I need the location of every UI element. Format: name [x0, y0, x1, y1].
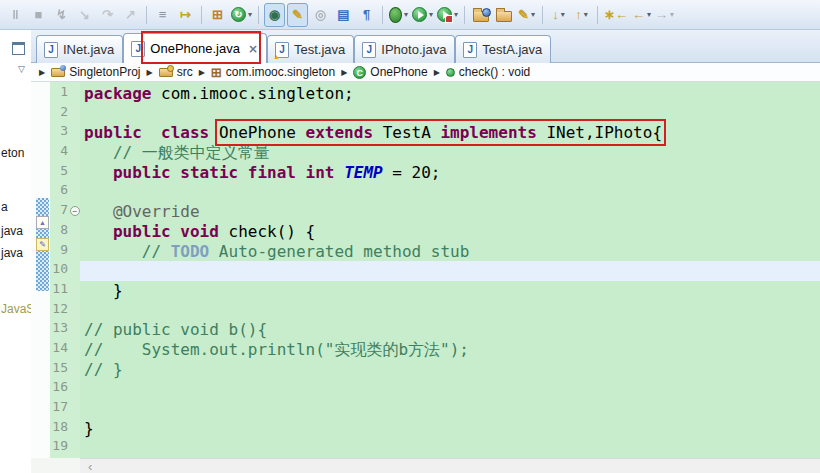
main-toolbar: ‖■↯↘↷↗≡↦⊞↻▾◉✎◎▤¶▾▾▾✎▾↓▾↑▾∗←←▾→▾	[0, 0, 820, 30]
show-whitespace-icon[interactable]: ¶	[356, 3, 377, 27]
pause-icon: ‖	[12, 8, 18, 21]
last-edit-location-icon[interactable]: ∗←	[603, 3, 629, 27]
package-icon: ⊞	[211, 66, 222, 79]
task-marker-icon[interactable]: ✎	[36, 238, 49, 251]
step-return-icon: ↗	[125, 8, 136, 21]
use-step-filters-icon[interactable]: ↦	[175, 3, 196, 27]
previous-annotation-icon[interactable]: ↑▾	[571, 3, 592, 27]
code-area[interactable]: package com.imooc.singleton;public class…	[80, 82, 820, 458]
java-file-icon: J	[44, 42, 58, 58]
line-number: 13	[50, 320, 80, 340]
dropdown-caret-icon[interactable]: ▾	[248, 10, 252, 19]
show-selected-element-icon[interactable]: ▤	[333, 3, 354, 27]
line-number: 10	[50, 261, 80, 281]
scroll-left-icon[interactable]: ‹	[88, 460, 92, 473]
tree-item-fragment[interactable]: a	[1, 200, 8, 214]
breadcrumb-separator-icon: ▶	[341, 68, 347, 77]
tree-item-fragment[interactable]: JavaS	[1, 302, 32, 316]
dropdown-caret-icon[interactable]: ▾	[561, 10, 565, 19]
line-number: 5	[50, 163, 80, 183]
fold-collapse-icon[interactable]: −	[70, 206, 80, 216]
back-icon: ←	[632, 8, 645, 21]
tab-testa-java[interactable]: JTestA.java	[455, 35, 551, 63]
breadcrumb-item-check-void[interactable]: check() : void	[446, 65, 530, 79]
dropdown-caret-icon[interactable]: ▾	[584, 10, 588, 19]
tab-iphoto-java[interactable]: JIPhoto.java	[354, 35, 455, 63]
step-into-icon: ↘	[79, 8, 90, 21]
override-marker-icon[interactable]: ▲	[36, 216, 49, 229]
open-type-icon[interactable]	[470, 3, 491, 27]
code-line[interactable]	[80, 301, 820, 321]
code-line[interactable]	[80, 438, 820, 458]
format-element-icon[interactable]: ✎▾	[516, 3, 537, 27]
toolbar-separator	[542, 6, 543, 24]
coverage-icon[interactable]: ▾	[436, 3, 459, 27]
view-menu-icon[interactable]: ▽	[18, 64, 25, 74]
restore-view-icon[interactable]	[12, 42, 25, 55]
breadcrumb-item-src[interactable]: src	[159, 65, 193, 79]
run-icon[interactable]: ▾	[411, 3, 434, 27]
tab-test-java[interactable]: J▲Test.java	[267, 35, 354, 63]
code-line[interactable]	[80, 399, 820, 419]
tab-onephone-java[interactable]: JOnePhone.java×	[123, 33, 267, 63]
dropdown-caret-icon[interactable]: ▾	[531, 10, 535, 19]
line-number: 15	[50, 360, 80, 380]
format-brush-icon[interactable]: ✎	[287, 3, 308, 27]
dropdown-caret-icon[interactable]: ▾	[429, 10, 433, 19]
run-icon	[412, 7, 427, 22]
refresh-icon[interactable]: ↻▾	[230, 3, 253, 27]
close-icon[interactable]: ×	[248, 43, 258, 55]
next-annotation-icon[interactable]: ↓▾	[548, 3, 569, 27]
link-with-editor-icon: ◎	[310, 3, 331, 27]
back-icon[interactable]: ←▾	[631, 3, 652, 27]
step-over-icon: ↷	[97, 3, 118, 27]
tree-item-fragment[interactable]: eton	[1, 146, 24, 160]
format-brush-icon: ✎	[292, 8, 303, 21]
code-line[interactable]: package com.imooc.singleton;	[80, 84, 820, 104]
step-return-icon: ↗	[120, 3, 141, 27]
code-line[interactable]: // }	[80, 360, 820, 380]
code-line[interactable]: }	[80, 419, 820, 439]
code-line[interactable]	[80, 379, 820, 399]
new-java-element-icon[interactable]: ⊞	[207, 3, 228, 27]
code-line[interactable]: @Override	[80, 202, 820, 222]
dropdown-caret-icon[interactable]: ▾	[670, 10, 674, 19]
code-line[interactable]: }	[80, 281, 820, 301]
run-to-line-icon[interactable]: ≡	[152, 3, 173, 27]
code-line[interactable]: public static final int TEMP = 20;	[80, 163, 820, 183]
editor-tab-bar: JINet.javaJOnePhone.java×J▲Test.javaJIPh…	[31, 30, 820, 63]
code-line[interactable]	[80, 261, 820, 281]
last-edit-location-icon: ∗←	[604, 8, 628, 21]
code-line[interactable]	[80, 104, 820, 124]
open-resource-icon	[496, 11, 512, 22]
breadcrumb-item-com-imooc-singleton[interactable]: ⊞com.imooc.singleton	[211, 65, 335, 79]
debug-icon[interactable]: ▾	[388, 3, 409, 27]
code-line[interactable]: // public void b(){	[80, 320, 820, 340]
line-number-gutter[interactable]: 1234567−8910111213141516171819	[50, 82, 80, 458]
format-element-icon: ✎	[518, 8, 529, 21]
code-line[interactable]	[80, 182, 820, 202]
annotation-ruler[interactable]: ▲ ✎	[31, 82, 50, 458]
warning-overlay-icon: ▲	[273, 53, 280, 60]
open-resource-icon[interactable]	[493, 3, 514, 27]
code-line[interactable]: // 一般类中定义常量	[80, 143, 820, 163]
tree-item-fragment[interactable]: java	[1, 246, 23, 260]
code-line[interactable]: // TODO Auto-generated method stub	[80, 242, 820, 262]
code-line[interactable]: public void check() {	[80, 222, 820, 242]
tree-item-fragment[interactable]: java	[1, 224, 23, 238]
java-file-icon: J	[362, 42, 376, 58]
method-icon	[446, 68, 455, 77]
code-line[interactable]: public class OnePhone extends TestA impl…	[80, 123, 820, 143]
mark-occurrences-icon[interactable]: ◉	[264, 3, 285, 27]
dropdown-caret-icon[interactable]: ▾	[404, 10, 408, 19]
horizontal-scrollbar[interactable]: ‹	[80, 458, 820, 473]
dropdown-caret-icon[interactable]: ▾	[647, 10, 651, 19]
breadcrumb-item-singletonproj[interactable]: SingletonProj	[51, 65, 140, 79]
dropdown-caret-icon[interactable]: ▾	[454, 10, 458, 19]
tab-inet-java[interactable]: JINet.java	[36, 35, 123, 63]
breadcrumb-label: check() : void	[459, 65, 530, 79]
tab-label: OnePhone.java	[150, 41, 240, 56]
code-line[interactable]: // System.out.println("实现类的b方法");	[80, 340, 820, 360]
java-file-icon: J	[463, 42, 477, 58]
breadcrumb-item-onephone[interactable]: COnePhone	[353, 65, 427, 79]
